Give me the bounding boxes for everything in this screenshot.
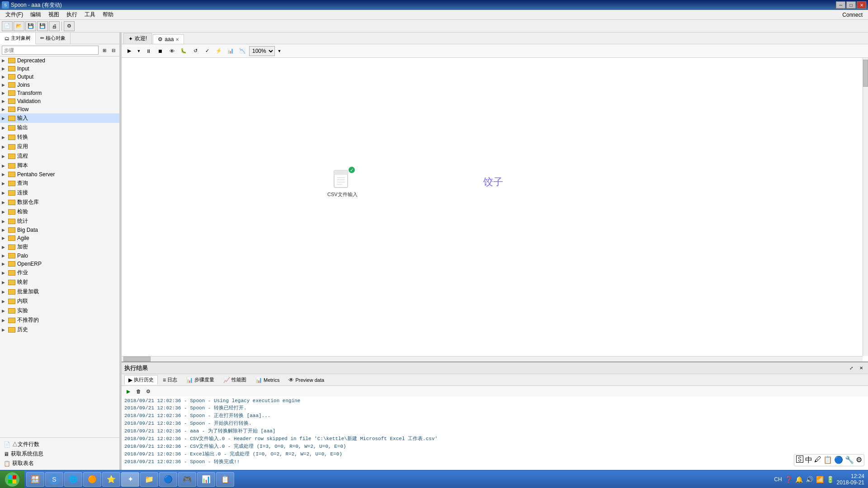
tab-main-objects[interactable]: 🗂 主对象树 [0,33,36,44]
check-btn[interactable]: ✓ [202,46,212,56]
taskbar-item-1[interactable]: 🪟 [26,472,44,487]
canvas-vscroll[interactable] [863,58,868,356]
tree-item-shuchu[interactable]: ▶ 输出 [0,123,119,132]
tree-item-zhuanhuan[interactable]: ▶ 转换 [0,132,119,142]
log-area[interactable]: 2018/09/21 12:02:36 - Spoon - Using lega… [122,397,868,470]
taskbar-item-7[interactable]: 📁 [140,472,158,487]
menu-view[interactable]: 视图 [45,10,63,19]
menu-edit[interactable]: 编辑 [27,10,45,19]
zoom-dropdown-btn[interactable]: ▼ [277,46,282,56]
tree-item-tongji[interactable]: ▶ 统计 [0,216,119,226]
tree-item-joins[interactable]: ▶ Joins [0,81,119,89]
bottom-tab-log[interactable]: ≡ 日志 [159,375,181,385]
taskbar-item-6[interactable]: ✦ [121,472,139,487]
settings-btn[interactable]: ⚙ [64,21,75,31]
taskbar-item-3[interactable]: 🌐 [64,472,82,487]
taskbar-battery-icon[interactable]: 🔋 [826,476,834,483]
tab-core-objects[interactable]: ✏ 核心对象 [36,33,71,44]
tree-item-yingshe[interactable]: ▶ 映射 [0,277,119,287]
tree-item-liucheng[interactable]: ▶ 流程 [0,151,119,161]
taskbar-item-5[interactable]: ⭐ [102,472,120,487]
close-button[interactable]: ✕ [857,1,866,9]
taskbar-item-4[interactable]: 🟠 [83,472,101,487]
run-dropdown-btn[interactable]: ▼ [136,46,142,56]
canvas-area[interactable]: ✓ CSV文件输入 饺子 [122,58,868,361]
bottom-tab-history[interactable]: ▶ 执行历史 [124,375,158,385]
taskbar-item-2[interactable]: S [45,472,63,487]
tree-item-lishi[interactable]: ▶ 历史 [0,325,119,334]
taskbar-notify-icon[interactable]: 🔔 [795,476,803,483]
tree-item-lianjie[interactable]: ▶ 连接 [0,188,119,197]
tree-item-input[interactable]: ▶ Input [0,65,119,73]
tree-item-yingyong[interactable]: ▶ 应用 [0,142,119,151]
collapse-all-icon[interactable]: ⊟ [109,46,118,54]
taskbar-network-icon[interactable]: 📶 [816,476,824,483]
br-icon-5[interactable]: 🔵 [834,455,843,465]
expand-all-icon[interactable]: ⊞ [100,46,108,54]
save-btn[interactable]: 💾 [25,21,36,31]
canvas-hscroll[interactable] [122,356,863,361]
bottom-tab-metrics[interactable]: 📊 Metrics [251,375,283,385]
left-bottom-file-rows[interactable]: 📄 △文件行数 [2,440,118,449]
left-bottom-sys-info[interactable]: 🖥 获取系统信息 [2,449,118,459]
tree-item-openerp[interactable]: ▶ OpenERP [0,260,119,268]
taskbar-volume-icon[interactable]: 🔊 [806,476,813,483]
menu-execute[interactable]: 执行 [63,10,81,19]
menu-help[interactable]: 帮助 [99,10,117,19]
br-icon-2[interactable]: 中 [805,455,812,465]
menu-file[interactable]: 文件(F) [2,10,27,19]
zoom-select[interactable]: 100% 50% 75% 125% 150% 200% [249,46,275,56]
tree-item-jiaoben[interactable]: ▶ 脚本 [0,161,119,170]
left-bottom-table-names[interactable]: 📋 获取表名 [2,459,118,468]
tree-item-output[interactable]: ▶ Output [0,73,119,81]
expand-panel-btn[interactable]: ⤢ [847,364,855,372]
br-icon-1[interactable]: 🅂 [796,455,803,465]
tree-item-chaxun[interactable]: ▶ 查询 [0,178,119,188]
save-all-btn[interactable]: 💾 [37,21,48,31]
tree-item-sjck[interactable]: ▶ 数据仓库 [0,197,119,207]
tree-item-shuru[interactable]: ▶ 输入 [0,113,119,123]
tree-item-flow[interactable]: ▶ Flow [0,105,119,113]
br-icon-7[interactable]: ⚙ [856,455,862,465]
close-panel-btn[interactable]: ✕ [857,364,865,372]
log-clear-btn[interactable]: 🗑 [134,387,142,395]
connect-btn[interactable]: Connect [839,11,866,19]
tree-item-neilian[interactable]: ▶ 内联 [0,296,119,306]
new-btn[interactable]: 📄 [2,21,13,31]
search-input[interactable] [2,46,99,55]
bottom-tab-perf[interactable]: 📈 性能图 [219,375,250,385]
taskbar-help-icon[interactable]: ❓ [785,476,793,483]
run-btn[interactable]: ▶ [124,46,134,56]
br-icon-6[interactable]: 🔧 [845,455,854,465]
start-button[interactable] [0,470,24,488]
bottom-tab-preview[interactable]: 👁 Preview data [284,375,328,385]
tree-item-shiyan[interactable]: ▶ 实验 [0,306,119,315]
tree-item-palo[interactable]: ▶ Palo [0,252,119,260]
taskbar-item-8[interactable]: 🔵 [159,472,177,487]
tab-aaa[interactable]: ⚙ aaa ✕ [153,34,184,44]
hscroll-thumb[interactable] [123,357,151,361]
print-btn[interactable]: 🖨 [49,21,60,31]
minimize-button[interactable]: ─ [836,1,845,9]
tab-welcome[interactable]: ✦ 欢迎! [123,33,152,44]
tree-item-butj[interactable]: ▶ 不推荐的 [0,315,119,325]
replay-btn[interactable]: ↺ [190,46,200,56]
tree-item-agile[interactable]: ▶ Agile [0,234,119,242]
tree-item-pentaho[interactable]: ▶ Pentaho Server [0,170,119,178]
taskbar-item-10[interactable]: 📊 [197,472,215,487]
taskbar-item-9[interactable]: 🎮 [178,472,196,487]
tree-item-transform[interactable]: ▶ Transform [0,89,119,97]
hide-results-btn[interactable]: 📉 [237,46,247,56]
impact-btn[interactable]: ⚡ [214,46,224,56]
preview-btn[interactable]: 👁 [167,46,177,56]
tree-item-pljz[interactable]: ▶ 批量加载 [0,287,119,296]
csv-input-node[interactable]: ✓ CSV文件输入 [327,169,358,198]
taskbar-lang[interactable]: CH [774,476,782,483]
tree-item-validation[interactable]: ▶ Validation [0,97,119,105]
tree-item-bigdata[interactable]: ▶ Big Data [0,226,119,234]
maximize-button[interactable]: □ [846,1,856,9]
taskbar-item-11[interactable]: 📋 [216,472,234,487]
pause-btn[interactable]: ⏸ [143,46,153,56]
menu-tools[interactable]: 工具 [81,10,99,19]
log-settings-btn[interactable]: ⚙ [144,387,152,395]
